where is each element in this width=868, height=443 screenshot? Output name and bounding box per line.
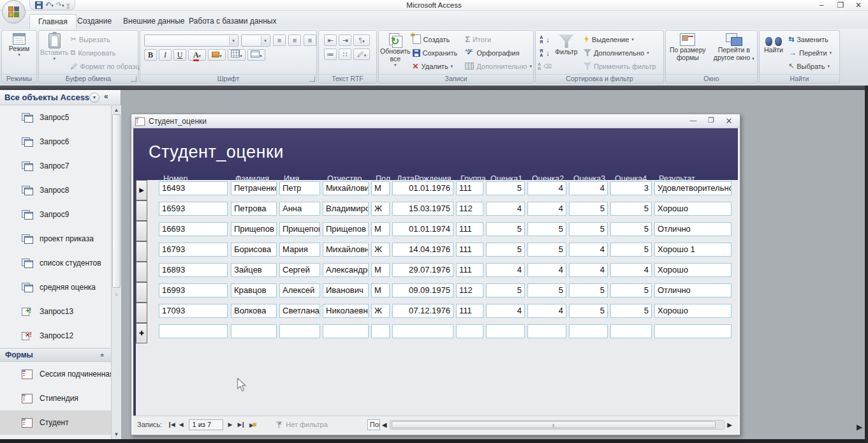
sidebar-item-запрос8[interactable]: Запрос8: [0, 178, 111, 202]
cell[interactable]: 07.12.1976: [392, 304, 453, 318]
record-selector[interactable]: [136, 200, 147, 221]
refresh-all-button[interactable]: ↻ Обновить все ▾: [380, 32, 411, 68]
cell[interactable]: Борисова: [231, 243, 277, 257]
more-records-button[interactable]: Дополнительно ▾: [463, 60, 534, 72]
dialog-launcher-icon[interactable]: [131, 76, 136, 82]
sidebar-item-сессия-подчиненная-фо-[interactable]: Сессия подчиненная фо...: [0, 362, 111, 386]
direction-button[interactable]: ¶▾: [353, 34, 370, 46]
cell[interactable]: 5: [610, 222, 652, 236]
font-color-button[interactable]: A▾: [188, 49, 206, 61]
cell[interactable]: 4: [527, 181, 566, 195]
align-right-button[interactable]: ≡: [304, 34, 316, 46]
numbered-list-button[interactable]: ≔: [324, 49, 337, 60]
cell[interactable]: 16893: [159, 263, 228, 277]
form-close-icon[interactable]: ✕: [721, 116, 737, 126]
cell[interactable]: 16993: [159, 283, 228, 297]
cell[interactable]: Ж: [371, 243, 390, 257]
cell[interactable]: Сергей: [279, 263, 320, 277]
sidebar-item-средняя-оценка[interactable]: средняя оценка: [0, 275, 111, 299]
cell[interactable]: 5: [569, 283, 608, 297]
sort-descending-button[interactable]: ЯА↓: [538, 47, 552, 59]
record-position-box[interactable]: 1 из 7: [189, 419, 223, 430]
cell[interactable]: 111: [456, 222, 483, 236]
cell[interactable]: 4: [527, 263, 566, 277]
form-minimize-icon[interactable]: —: [685, 116, 702, 124]
cut-button[interactable]: ✂ Вырезать: [69, 33, 145, 45]
first-record-button[interactable]: ❙◀: [165, 421, 176, 428]
sidebar-item-запрос13[interactable]: Запрос13: [0, 299, 111, 324]
sidebar-item-студент[interactable]: Студент: [0, 410, 111, 435]
save-icon[interactable]: [35, 1, 43, 9]
horizontal-scrollbar-thumb[interactable]: ‖: [392, 421, 716, 428]
previous-record-button[interactable]: ◀: [177, 421, 186, 428]
new-record-button[interactable]: Создать: [411, 33, 460, 45]
sidebar-item-запрос9[interactable]: Запрос9: [0, 202, 111, 227]
cell[interactable]: Михайлович: [323, 181, 369, 195]
cell[interactable]: Мария: [279, 243, 320, 257]
cell[interactable]: 01.01.1976: [392, 181, 453, 195]
undo-button[interactable]: ↶▾: [45, 0, 54, 10]
size-to-fit-form-button[interactable]: По размеру формы: [667, 32, 709, 61]
filter-button[interactable]: Фильтр: [552, 33, 580, 56]
view-button[interactable]: Режим ▾: [9, 32, 29, 57]
navigation-pane-menu-icon[interactable]: ▼: [89, 93, 99, 103]
highlight-button[interactable]: 🖉▾: [353, 49, 370, 60]
delete-record-button[interactable]: ✕ Удалить ▾: [411, 60, 460, 72]
cell[interactable]: 4: [486, 202, 525, 216]
cell[interactable]: Николаевна: [323, 304, 369, 318]
record-selector[interactable]: [136, 262, 147, 282]
spelling-button[interactable]: ABC Орфография: [463, 47, 534, 59]
cell[interactable]: 29.07.1976: [392, 263, 453, 277]
cell[interactable]: Ж: [371, 304, 390, 318]
cell[interactable]: [279, 324, 320, 338]
replace-button[interactable]: ⇆ Заменить: [786, 33, 834, 45]
totals-button[interactable]: Σ Итоги: [463, 33, 534, 45]
cell[interactable]: М: [371, 283, 390, 297]
cell[interactable]: Александрович: [323, 263, 369, 277]
cell[interactable]: [569, 324, 608, 338]
cell[interactable]: 111: [456, 263, 483, 277]
navigation-pane-header[interactable]: Все объекты Access ▼ «: [0, 90, 121, 105]
cell[interactable]: М: [371, 263, 390, 277]
cell[interactable]: 4: [527, 304, 566, 318]
sidebar-scrollbar[interactable]: ▲ = ▼: [111, 105, 121, 439]
scroll-up-icon[interactable]: ▲: [112, 107, 121, 113]
record-selector[interactable]: [136, 241, 147, 262]
cell[interactable]: 5: [610, 283, 652, 297]
cell[interactable]: Прищепов: [231, 222, 277, 236]
record-selector-current[interactable]: ▶: [136, 180, 147, 200]
toggle-filter-button[interactable]: Применить фильтр: [582, 60, 658, 72]
cell[interactable]: [231, 324, 277, 338]
sidebar-section-forms[interactable]: Формы«: [0, 348, 111, 362]
form-window-titlebar[interactable]: Студент_оценки — ❐ ✕: [131, 114, 740, 128]
sidebar-item-запрос6[interactable]: Запрос6: [0, 130, 111, 154]
cell[interactable]: Иванович: [323, 283, 369, 297]
cell[interactable]: Алексей: [279, 283, 320, 297]
cell[interactable]: 112: [456, 202, 483, 216]
italic-button[interactable]: I: [159, 49, 172, 61]
record-selector[interactable]: [136, 221, 147, 241]
cell[interactable]: 16593: [159, 202, 228, 216]
shutter-bar-close-icon[interactable]: «: [104, 92, 108, 101]
cell[interactable]: Зайцев: [231, 263, 277, 277]
sidebar-scrollbar-thumb[interactable]: [112, 114, 121, 288]
cell[interactable]: 4: [527, 202, 566, 216]
switch-windows-button[interactable]: Перейти в другое окно ▾: [712, 32, 756, 61]
increase-indent-button[interactable]: ⇥: [339, 34, 351, 46]
goto-button[interactable]: → Перейти ▾: [786, 47, 834, 59]
close-window-button[interactable]: ✕: [851, 1, 865, 10]
last-record-button[interactable]: ▶❙: [235, 421, 246, 428]
cell[interactable]: 5: [527, 283, 566, 297]
cell[interactable]: Хорошо: [654, 263, 732, 277]
cell[interactable]: [527, 324, 566, 338]
search-input[interactable]: Поиск: [367, 419, 380, 430]
form-maximize-icon[interactable]: ❐: [703, 116, 719, 124]
clear-sort-button[interactable]: АЯ⌫: [536, 60, 554, 72]
align-left-button[interactable]: ≡: [273, 34, 286, 46]
sidebar-item-запрос5[interactable]: Запрос5: [0, 105, 111, 130]
cell[interactable]: 14.04.1976: [392, 243, 453, 257]
cell[interactable]: 5: [527, 243, 566, 257]
cell[interactable]: [610, 324, 652, 338]
cell[interactable]: 16693: [159, 222, 228, 236]
save-record-button[interactable]: Сохранить: [411, 47, 460, 59]
